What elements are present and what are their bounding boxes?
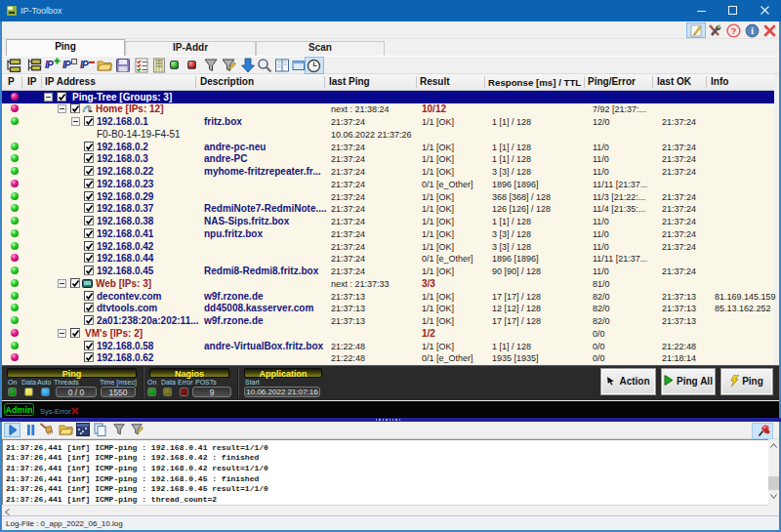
svg-text:i: i — [751, 26, 754, 36]
svg-text:?: ? — [731, 26, 737, 36]
